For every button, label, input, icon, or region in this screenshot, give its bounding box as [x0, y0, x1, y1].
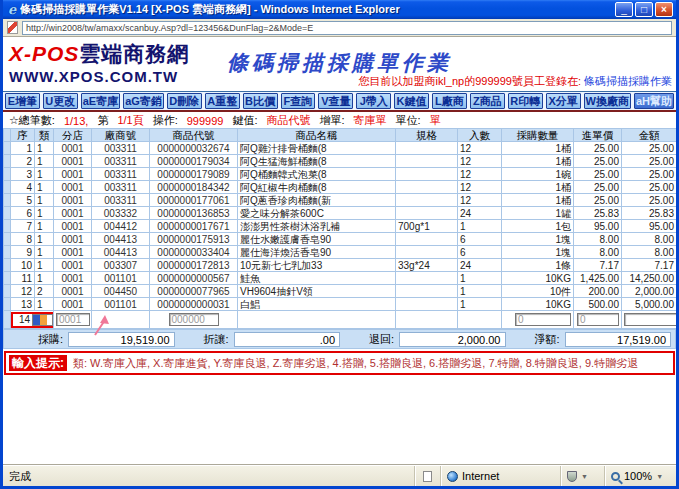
discount-value: .00: [234, 332, 340, 347]
table-row[interactable]: 5 1 0001 003311 0000000177061 阿Q蔥香珍肉桶麵(新…: [4, 194, 677, 207]
cell-store: 0001: [54, 220, 92, 233]
grid-header-row: 序類分店廠商號商品代號商品名稱規格入數採購數量進單價金額: [4, 129, 677, 142]
table-row[interactable]: 6 1 0001 003332 0000000136853 愛之味分解茶600C…: [4, 207, 677, 220]
toolbar-button[interactable]: aG寄銷: [123, 93, 164, 109]
toolbar-button[interactable]: aE寄庫: [81, 93, 120, 109]
table-row[interactable]: 13 1 0001 001101 0000000000031 白鯧 1 10KG…: [4, 298, 677, 311]
cell-price: 8.00: [574, 246, 622, 259]
cell-store: 0001: [54, 207, 92, 220]
toolbar-button[interactable]: J帶入: [356, 93, 391, 109]
cell-qty: 1桶: [502, 142, 574, 155]
status-segment: 單位:: [396, 113, 421, 128]
cell-innum: 1: [458, 272, 502, 285]
toolbar-button[interactable]: L廠商: [432, 93, 467, 109]
maximize-button[interactable]: □: [635, 2, 653, 17]
table-row[interactable]: 8 1 0001 004413 0000000175913 麗仕水嫩護膚香皂90…: [4, 233, 677, 246]
row-indicator: [4, 142, 11, 155]
table-row[interactable]: 4 1 0001 003311 0000000184342 阿Q紅椒牛肉桶麵(8…: [4, 181, 677, 194]
table-row[interactable]: 2 1 0001 003311 0000000179034 阿Q生猛海鮮桶麵(8…: [4, 155, 677, 168]
row-indicator: [4, 233, 11, 246]
status-segment: ☆總筆數:: [9, 113, 55, 128]
entry-price-cell: 0: [574, 311, 622, 329]
cell-spec: [396, 207, 458, 220]
active-entry-highlight: 14: [11, 312, 54, 328]
toolbar-button[interactable]: aH幫助: [634, 93, 674, 109]
cell-code: 0000000017671: [150, 220, 238, 233]
toolbar-button[interactable]: B比價: [243, 93, 278, 109]
cell-type: 2: [35, 285, 54, 298]
cell-qty: 1塊: [502, 246, 574, 259]
protected-mode-icon: [567, 471, 577, 482]
toolbar-button[interactable]: X分單: [546, 93, 581, 109]
window-title: 條碼掃描採購單作業V1.14 [X-POS 雲端商務網] - Windows I…: [20, 2, 615, 17]
table-row[interactable]: 10 1 0001 003307 0000000172813 10元新七七乳加3…: [4, 259, 677, 272]
cell-name: 白鯧: [238, 298, 396, 311]
cell-seq: 12: [11, 285, 35, 298]
toolbar-button[interactable]: E增筆: [5, 93, 40, 109]
qty-input[interactable]: 0: [515, 313, 571, 326]
toolbar-button[interactable]: V查量: [318, 93, 353, 109]
entry-qty-cell: 0: [502, 311, 574, 329]
page-title: 條碼掃描採購單作業: [3, 49, 676, 77]
row-indicator: [4, 155, 11, 168]
cell-vendor: 003311: [92, 168, 150, 181]
cell-name: 阿Q生猛海鮮桶麵(8: [238, 155, 396, 168]
table-row[interactable]: 7 1 0001 004412 0000000017671 澎澎男性茶樹沐浴乳補…: [4, 220, 677, 233]
toolbar-button[interactable]: F查詢: [281, 93, 316, 109]
cell-vendor: 004413: [92, 246, 150, 259]
cell-type: 1: [35, 272, 54, 285]
minimize-button[interactable]: _: [615, 2, 633, 17]
toolbar: E增筆U更改aE寄庫aG寄銷D刪除A重整B比價F查詢V查量J帶入K鍵值L廠商Z商…: [3, 91, 676, 112]
cell-vendor: 001101: [92, 272, 150, 285]
type-input[interactable]: [32, 314, 53, 326]
table-row[interactable]: 1 1 0001 003311 0000000032674 阿Q雞汁排骨桶麵(8…: [4, 142, 677, 155]
cell-amount: 95.00: [622, 220, 677, 233]
cell-innum: 1: [458, 285, 502, 298]
dropdown-arrow-icon: ▼: [656, 473, 663, 480]
table-row[interactable]: 9 1 0001 004413 0000000033404 麗仕海洋煥活香皂90…: [4, 246, 677, 259]
toolbar-button[interactable]: W換廠商: [584, 93, 631, 109]
cell-type: 1: [35, 220, 54, 233]
purchase-total-label: 採購:: [38, 332, 63, 347]
table-row[interactable]: 11 1 0001 001101 0000000000567 鮭魚 1 10KG…: [4, 272, 677, 285]
cell-code: 0000000000031: [150, 298, 238, 311]
cell-store: 0001: [54, 168, 92, 181]
cell-spec: [396, 298, 458, 311]
entry-seq: 14: [14, 314, 30, 325]
cell-name: 阿Q紅椒牛肉桶麵(8: [238, 181, 396, 194]
return-value: 2,000.00: [399, 332, 505, 347]
cell-seq: 10: [11, 259, 35, 272]
cell-price: 25.00: [574, 155, 622, 168]
cell-amount: 25.00: [622, 181, 677, 194]
row-indicator: [4, 285, 11, 298]
toolbar-button[interactable]: K鍵值: [394, 93, 429, 109]
toolbar-button[interactable]: A重整: [205, 93, 240, 109]
cell-price: 1,425.00: [574, 272, 622, 285]
protected-mode-pane[interactable]: ▼: [560, 466, 604, 486]
cell-seq: 1: [11, 142, 35, 155]
address-input[interactable]: http://win2008/tw/amaxx/scanbuy.Asp?dl=1…: [22, 21, 672, 35]
amount-input[interactable]: [624, 313, 676, 326]
store-input[interactable]: 0001: [56, 313, 90, 326]
table-row[interactable]: 12 2 0001 004450 0000000077965 VH9604抽針V…: [4, 285, 677, 298]
cell-name: VH9604抽針V領: [238, 285, 396, 298]
close-button[interactable]: ×: [655, 2, 673, 17]
cell-vendor: 004450: [92, 285, 150, 298]
toolbar-button[interactable]: Z商品: [470, 93, 505, 109]
toolbar-button[interactable]: R印轉: [508, 93, 543, 109]
toolbar-button[interactable]: U更改: [43, 93, 78, 109]
toolbar-button[interactable]: D刪除: [167, 93, 202, 109]
table-row[interactable]: 3 1 0001 003311 0000000179089 阿Q桶麵韓式泡菜(8…: [4, 168, 677, 181]
code-input[interactable]: 000000: [169, 313, 219, 326]
cell-spec: [396, 272, 458, 285]
cell-code: 0000000184342: [150, 181, 238, 194]
cell-spec: [396, 285, 458, 298]
cell-seq: 13: [11, 298, 35, 311]
browser-window: e 條碼掃描採購單作業V1.14 [X-POS 雲端商務網] - Windows…: [0, 0, 679, 489]
price-input[interactable]: 0: [577, 313, 619, 326]
cell-name: 麗仕海洋煥活香皂90: [238, 246, 396, 259]
empty-area: [3, 375, 676, 465]
purchase-total-value: 19,519.00: [68, 332, 174, 347]
zoom-control[interactable]: 100% ▼: [604, 466, 676, 486]
cell-spec: [396, 181, 458, 194]
